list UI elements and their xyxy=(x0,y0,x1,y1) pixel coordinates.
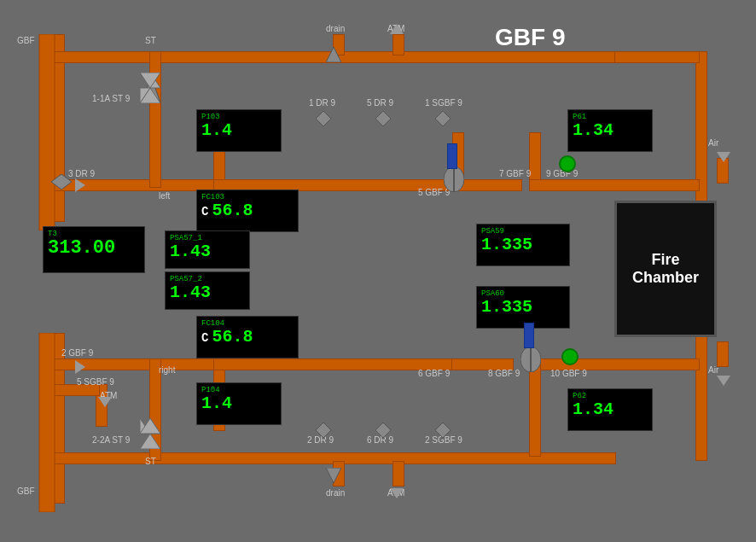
svg-marker-15 xyxy=(375,111,391,126)
pipe-fc-top-connect xyxy=(614,51,700,63)
gbf-column-bottom-left xyxy=(38,333,56,512)
display-psa59: PSA59 1.335 xyxy=(476,224,570,266)
p62-value: 1.34 xyxy=(573,400,648,419)
valve-st-top-shape[interactable] xyxy=(140,73,160,103)
fc104-value: C56.8 xyxy=(201,328,294,347)
p61-value: 1.34 xyxy=(573,121,648,140)
svg-marker-20 xyxy=(375,423,391,438)
label-drain-bottom: drain xyxy=(326,488,345,498)
label-1sgbf9: 1 SGBF 9 xyxy=(425,98,462,108)
actuator-5gbf9 xyxy=(447,143,457,169)
fc103-value: C56.8 xyxy=(201,201,294,220)
pipe-air-bottom-vert xyxy=(717,341,729,367)
label-gbf-top: GBF xyxy=(17,36,35,45)
pipe-atm-top-vert xyxy=(393,34,404,55)
label-drain-top: drain xyxy=(326,24,345,33)
arrow-atm-top xyxy=(390,24,404,34)
valve-drain-top[interactable] xyxy=(326,47,341,62)
arrow-atm-bottom xyxy=(390,488,404,498)
label-10gbf9: 10 GBF 9 xyxy=(550,369,587,378)
actuator-8gbf9 xyxy=(524,323,534,348)
label-1dr9: 1 DR 9 xyxy=(309,98,335,108)
label-3dr9: 3 DR 9 xyxy=(68,169,95,178)
fire-chamber-label: FireChamber xyxy=(632,251,699,287)
svg-marker-12 xyxy=(51,174,72,189)
pipe-atm-bottom-vert xyxy=(393,461,404,487)
label-st-bottom: ST xyxy=(145,457,156,466)
valve-1dr9[interactable] xyxy=(316,111,331,126)
arrow-2gbf9 xyxy=(75,360,85,374)
svg-rect-0 xyxy=(39,34,55,230)
label-st-top: ST xyxy=(145,36,156,45)
pipe-8gbf-vert xyxy=(529,358,541,457)
psa60-value: 1.335 xyxy=(481,298,565,317)
valve-6dr9[interactable] xyxy=(375,423,391,438)
display-t3: T3 313.00 xyxy=(43,226,145,273)
display-psa57-2: PSA57_2 1.43 xyxy=(165,271,250,310)
fc103-prefix: C xyxy=(201,205,208,219)
display-psa60: PSA60 1.335 xyxy=(476,286,570,329)
label-left: left xyxy=(159,191,170,201)
main-canvas: GBF 9 xyxy=(0,0,756,542)
valve-st-bottom-shape[interactable] xyxy=(140,418,160,449)
label-air-bottom: Air xyxy=(708,365,718,375)
pipe-right-top-horiz xyxy=(529,179,700,191)
fire-chamber-box: FireChamber xyxy=(614,201,717,337)
display-p61: P61 1.34 xyxy=(567,109,653,152)
label-7gbf9: 7 GBF 9 xyxy=(499,169,531,178)
label-5dr9: 5 DR 9 xyxy=(367,98,393,108)
label-8gbf9: 8 GBF 9 xyxy=(488,369,520,378)
svg-marker-10 xyxy=(140,434,160,449)
label-gbf-bottom: GBF xyxy=(17,487,35,496)
pipe-vert-st-top xyxy=(149,51,161,188)
label-6gbf9: 6 GBF 9 xyxy=(418,369,450,378)
valve-5dr9[interactable] xyxy=(375,111,391,126)
label-5sgbf9: 5 SGBF 9 xyxy=(77,377,114,387)
psa59-value: 1.335 xyxy=(481,236,565,254)
valve-2dr9[interactable] xyxy=(316,423,331,438)
svg-marker-22 xyxy=(326,468,341,483)
arrow-3dr9 xyxy=(75,178,85,192)
svg-marker-13 xyxy=(326,47,341,62)
pipe-fc104-connect xyxy=(213,358,452,370)
svg-marker-19 xyxy=(316,423,331,438)
display-p62: P62 1.34 xyxy=(567,388,653,431)
valve-drain-bottom[interactable] xyxy=(326,468,341,483)
valve-8gbf9[interactable] xyxy=(520,347,541,372)
display-p103: P103 1.4 xyxy=(196,109,282,152)
page-title: GBF 9 xyxy=(495,24,565,51)
label-2-2a-st9: 2-2A ST 9 xyxy=(92,435,130,445)
display-fc104: FC104 C56.8 xyxy=(196,316,299,358)
p104-value: 1.4 xyxy=(201,394,276,413)
svg-rect-1 xyxy=(39,333,55,512)
valve-2sgbf9[interactable] xyxy=(435,423,451,438)
valve-5gbf9[interactable] xyxy=(444,166,464,192)
psa57-2-value: 1.43 xyxy=(170,283,245,302)
arrow-air-top xyxy=(717,152,730,162)
t3-value: 313.00 xyxy=(48,238,140,259)
p103-value: 1.4 xyxy=(201,121,276,140)
display-p104: P104 1.4 xyxy=(196,382,282,425)
arrow-atm-left xyxy=(98,397,112,407)
valve-3dr9[interactable] xyxy=(51,174,72,189)
valve-9gbf9-circle[interactable] xyxy=(559,155,576,172)
label-1-1a-st9: 1-1A ST 9 xyxy=(92,94,130,103)
svg-marker-14 xyxy=(316,111,331,126)
display-fc103: FC103 C56.8 xyxy=(196,189,299,232)
svg-marker-21 xyxy=(435,423,451,438)
psa57-1-value: 1.43 xyxy=(170,242,245,261)
gbf-column-top-left xyxy=(38,34,56,230)
valve-1sgbf9[interactable] xyxy=(435,111,451,126)
valve-10gbf9-circle[interactable] xyxy=(561,348,579,365)
label-right: right xyxy=(159,365,175,375)
label-air-top: Air xyxy=(708,138,718,148)
fc104-prefix: C xyxy=(201,331,208,345)
svg-marker-16 xyxy=(435,111,451,126)
arrow-air-bottom xyxy=(717,376,730,386)
display-psa57-1: PSA57_1 1.43 xyxy=(165,230,250,269)
label-2gbf9: 2 GBF 9 xyxy=(61,348,93,358)
